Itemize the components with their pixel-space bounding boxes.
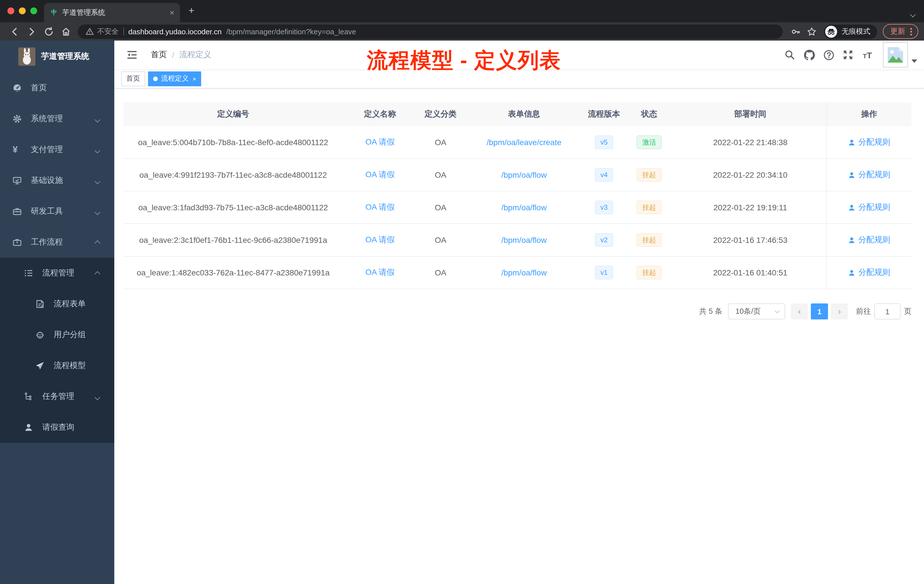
tag-close-icon[interactable]: × — [193, 75, 196, 82]
next-page-button[interactable]: › — [831, 304, 848, 319]
tab-close-icon[interactable]: × — [170, 8, 174, 16]
status-badge: 挂起 — [637, 233, 662, 247]
close-window-button[interactable] — [7, 7, 14, 14]
tag-process-definition[interactable]: 流程定义 × — [148, 71, 201, 86]
fullscreen-icon[interactable] — [838, 50, 858, 60]
tab-search-chevron-icon[interactable] — [911, 8, 915, 19]
avatar[interactable] — [883, 42, 908, 68]
breadcrumb-current: 流程定义 — [180, 50, 211, 60]
chrome-update-button[interactable]: 更新 — [883, 24, 918, 39]
goto-page-input[interactable] — [874, 304, 901, 319]
col-header-form: 表单信息 — [464, 102, 584, 126]
col-header-id: 定义编号 — [124, 102, 343, 126]
password-key-icon[interactable] — [787, 26, 804, 36]
definition-name-link[interactable]: OA 请假 — [365, 267, 395, 278]
browser-menu-kebab-icon[interactable] — [910, 26, 912, 36]
main-area: 流程模型 - 定义列表 首页 / 流程定义 — [114, 41, 924, 584]
sidebar-item-leave-query[interactable]: 请假查询 — [0, 412, 114, 443]
sidebar: 芋道管理系统 首页 系统管理 ¥ 支付管理 — [0, 41, 114, 584]
col-header-version: 流程版本 — [584, 102, 624, 126]
definition-table: 定义编号 定义名称 定义分类 表单信息 流程版本 状态 部署时间 操作 oa_l… — [124, 102, 911, 289]
assign-rule-link[interactable]: 分配规则 — [848, 235, 890, 245]
sidebar-item-user-group[interactable]: 用户分组 — [0, 319, 114, 350]
search-icon[interactable] — [780, 50, 799, 60]
bookmark-star-icon[interactable] — [804, 26, 819, 36]
browser-tab[interactable]: 芋道管理系统 × — [44, 3, 180, 22]
definition-name-link[interactable]: OA 请假 — [365, 235, 395, 245]
definition-name-link[interactable]: OA 请假 — [365, 170, 395, 180]
sidebar-item-process-form[interactable]: 流程表单 — [0, 289, 114, 319]
warning-triangle-icon — [86, 27, 94, 35]
sidebar-item-home[interactable]: 首页 — [0, 73, 114, 104]
sidebar-item-process-model[interactable]: 流程模型 — [0, 350, 114, 381]
form-link[interactable]: /bpm/oa/flow — [502, 203, 547, 212]
workflow-submenu: 流程管理 流程表单 用户分组 — [0, 258, 114, 443]
sidebar-item-dev-tools[interactable]: 研发工具 — [0, 196, 114, 227]
sidebar-item-infrastructure[interactable]: 基础设施 — [0, 165, 114, 196]
favicon-plant-icon — [50, 8, 58, 16]
version-badge: v4 — [594, 168, 613, 182]
page-unit-label: 页 — [904, 306, 911, 317]
assign-rule-link[interactable]: 分配规则 — [848, 202, 890, 213]
incognito-badge: 无痕模式 — [824, 24, 877, 39]
breadcrumb-separator: / — [172, 50, 174, 59]
github-icon[interactable] — [799, 49, 819, 60]
assign-rule-link[interactable]: 分配规则 — [848, 137, 890, 147]
font-size-icon[interactable]: TT — [858, 50, 877, 60]
breadcrumb: 首页 / 流程定义 — [151, 50, 211, 60]
monitor-icon — [13, 176, 22, 185]
form-link[interactable]: /bpm/oa/leave/create — [487, 138, 561, 147]
definition-name-link[interactable]: OA 请假 — [365, 137, 395, 147]
forward-icon[interactable] — [23, 26, 40, 36]
sidebar-collapse-icon[interactable] — [121, 50, 143, 59]
definition-category: OA — [417, 191, 464, 223]
sidebar-item-label: 支付管理 — [31, 145, 63, 155]
page-number-button[interactable]: 1 — [811, 304, 828, 319]
security-warning[interactable]: 不安全 — [86, 26, 119, 36]
assign-rule-link[interactable]: 分配规则 — [848, 267, 890, 278]
send-icon — [35, 361, 45, 370]
avatar-caret-icon[interactable] — [911, 59, 917, 63]
sidebar-item-process-management[interactable]: 流程管理 — [0, 258, 114, 289]
definition-name-link[interactable]: OA 请假 — [365, 202, 395, 213]
form-link[interactable]: /bpm/oa/flow — [502, 236, 547, 244]
breadcrumb-home[interactable]: 首页 — [151, 50, 167, 60]
chevron-up-icon — [96, 238, 99, 247]
table-row: oa_leave:4:991f2193-7b7f-11ec-a3c8-acde4… — [124, 159, 911, 191]
deploy-time: 2022-01-22 19:19:11 — [674, 191, 826, 223]
zoom-window-button[interactable] — [30, 7, 37, 14]
version-badge: v5 — [594, 135, 613, 149]
navbar-actions: TT — [780, 42, 917, 68]
page-size-select[interactable]: 10条/页 — [728, 304, 785, 319]
app-logo-row[interactable]: 芋道管理系统 — [0, 41, 114, 73]
home-icon[interactable] — [57, 26, 74, 36]
tag-home[interactable]: 首页 — [121, 71, 145, 86]
chevron-down-icon — [96, 392, 99, 401]
logo-avatar — [18, 48, 35, 66]
chevron-down-icon — [96, 176, 99, 185]
total-count: 共 5 条 — [699, 306, 722, 317]
minimize-window-button[interactable] — [19, 7, 26, 14]
prev-page-button[interactable]: ‹ — [791, 304, 808, 319]
sidebar-item-label: 任务管理 — [42, 391, 74, 402]
help-icon[interactable] — [819, 49, 838, 60]
page-size-value: 10条/页 — [736, 306, 761, 317]
reload-icon[interactable] — [40, 26, 57, 36]
new-tab-button[interactable]: + — [188, 5, 194, 16]
sidebar-item-task-management[interactable]: 任务管理 — [0, 381, 114, 412]
assign-rule-link[interactable]: 分配规则 — [848, 170, 890, 180]
window-controls — [7, 7, 37, 14]
sidebar-item-workflow[interactable]: 工作流程 — [0, 227, 114, 258]
sidebar-item-system[interactable]: 系统管理 — [0, 104, 114, 134]
form-link[interactable]: /bpm/oa/flow — [502, 170, 547, 180]
assign-rule-label: 分配规则 — [858, 137, 890, 147]
form-link[interactable]: /bpm/oa/flow — [502, 268, 547, 277]
sidebar-item-payment[interactable]: ¥ 支付管理 — [0, 134, 114, 165]
definition-id: oa_leave:2:3c1f0ef1-76b1-11ec-9c66-a2380… — [124, 224, 343, 256]
gear-icon — [13, 114, 22, 124]
col-header-deploy-time: 部署时间 — [674, 102, 826, 126]
browser-window: 芋道管理系统 × + 不安全 dashboard.yudao.io — [0, 0, 924, 584]
back-icon[interactable] — [6, 26, 23, 36]
address-bar[interactable]: 不安全 dashboard.yudao.iocoder.cn/bpm/manag… — [78, 24, 783, 39]
assign-rule-label: 分配规则 — [858, 170, 890, 180]
